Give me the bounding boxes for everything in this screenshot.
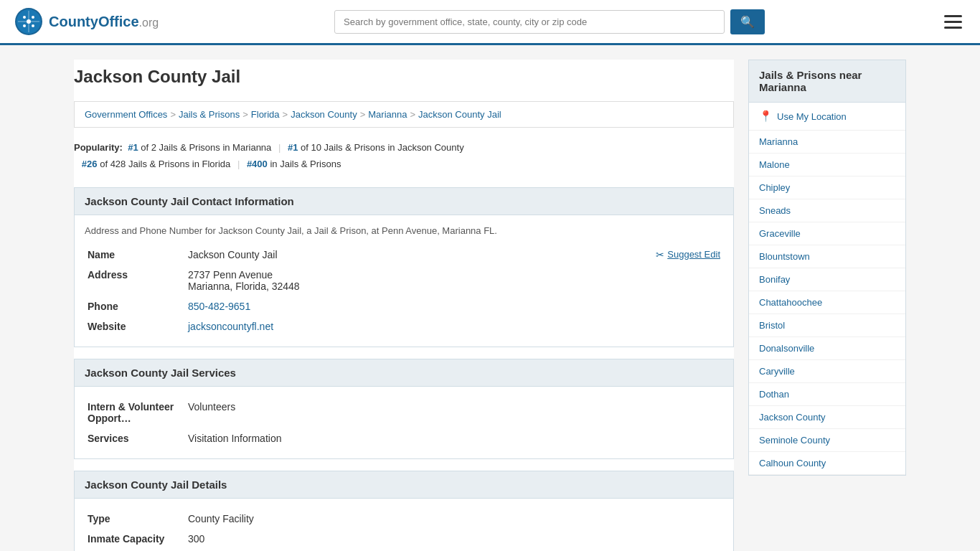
menu-button[interactable] [941, 11, 966, 32]
table-row: Website jacksoncountyfl.net [85, 316, 723, 336]
popularity-rank3: #26 of 428 Jails & Prisons in Florida [79, 159, 233, 169]
intern-label: Intern & Volunteer Opport… [85, 397, 185, 428]
pin-icon: 📍 [759, 110, 773, 123]
table-row: Address 2737 Penn Avenue Marianna, Flori… [85, 265, 723, 296]
address-label: Address [85, 265, 185, 296]
type-value: County Facility [185, 509, 723, 529]
phone-value: 850-482-9651 [185, 296, 723, 316]
sidebar: Jails & Prisons near Marianna 📍 Use My L… [748, 60, 906, 551]
hamburger-line [944, 27, 962, 29]
use-location-row: 📍 Use My Location [749, 103, 905, 131]
website-link[interactable]: jacksoncountyfl.net [188, 321, 273, 332]
website-value: jacksoncountyfl.net [185, 316, 723, 336]
sidebar-item-sneads[interactable]: Sneads [749, 199, 905, 222]
pipe: | [278, 142, 281, 153]
phone-link[interactable]: 850-482-9651 [188, 301, 250, 312]
search-icon: 🔍 [740, 16, 755, 28]
phone-label: Phone [85, 296, 185, 316]
sidebar-item-bonifay[interactable]: Bonifay [749, 268, 905, 291]
suggest-edit-button[interactable]: ✂ Suggest Edit [656, 249, 720, 260]
logo[interactable]: CountyOffice.org [14, 7, 159, 36]
popularity-section: Popularity: #1 of 2 Jails & Prisons in M… [74, 136, 734, 176]
search-input[interactable] [334, 10, 725, 34]
hamburger-line [944, 21, 962, 23]
services-section-body: Intern & Volunteer Opport… Volunteers Se… [74, 386, 734, 459]
breadcrumb-gov-offices[interactable]: Government Offices [85, 109, 167, 120]
table-row: Services Visitation Information [85, 428, 723, 448]
services-value: Visitation Information [185, 428, 723, 448]
pipe: | [237, 159, 240, 169]
contact-section-header: Jackson County Jail Contact Information [74, 187, 734, 215]
breadcrumb-sep: > [242, 109, 248, 120]
breadcrumb-sep: > [170, 109, 176, 120]
breadcrumb: Government Offices > Jails & Prisons > F… [74, 101, 734, 128]
sidebar-item-seminole-county[interactable]: Seminole County [749, 429, 905, 452]
contact-description: Address and Phone Number for Jackson Cou… [85, 225, 723, 236]
sidebar-item-marianna[interactable]: Marianna [749, 131, 905, 154]
sidebar-links: 📍 Use My Location Marianna Malone Chiple… [748, 103, 906, 476]
services-section-header: Jackson County Jail Services [74, 359, 734, 386]
contact-table: Name Jackson County Jail ✂ Suggest Edit … [85, 245, 723, 336]
services-table: Intern & Volunteer Opport… Volunteers Se… [85, 397, 723, 448]
table-row: Type County Facility [85, 509, 723, 529]
intern-value: Volunteers [185, 397, 723, 428]
name-value: Jackson County Jail ✂ Suggest Edit [185, 245, 723, 265]
address-value: 2737 Penn Avenue Marianna, Florida, 3244… [185, 265, 723, 296]
sidebar-title: Jails & Prisons near Marianna [748, 60, 906, 103]
contact-section: Jackson County Jail Contact Information … [74, 187, 734, 347]
popularity-rank2: #1 of 10 Jails & Prisons in Jackson Coun… [288, 142, 464, 153]
services-section: Jackson County Jail Services Intern & Vo… [74, 359, 734, 459]
svg-point-2 [23, 16, 26, 19]
sidebar-item-dothan[interactable]: Dothan [749, 383, 905, 406]
details-section: Jackson County Jail Details Type County … [74, 471, 734, 551]
details-section-body: Type County Facility Inmate Capacity 300 [74, 498, 734, 551]
popularity-rank4: #400 in Jails & Prisons [247, 159, 341, 169]
breadcrumb-jails[interactable]: Jails & Prisons [179, 109, 240, 120]
logo-icon [14, 7, 43, 36]
page-title: Jackson County Jail [74, 60, 734, 93]
type-label: Type [85, 509, 185, 529]
breadcrumb-sep: > [360, 109, 366, 120]
capacity-label: Inmate Capacity [85, 529, 185, 549]
breadcrumb-jackson-county[interactable]: Jackson County [291, 109, 357, 120]
breadcrumb-florida[interactable]: Florida [251, 109, 280, 120]
capacity-value: 300 [185, 529, 723, 549]
table-row: Inmate Capacity 300 [85, 529, 723, 549]
search-area: 🔍 [334, 9, 765, 34]
name-label: Name [85, 245, 185, 265]
sidebar-item-bristol[interactable]: Bristol [749, 314, 905, 337]
sidebar-item-malone[interactable]: Malone [749, 154, 905, 176]
table-row: Intern & Volunteer Opport… Volunteers [85, 397, 723, 428]
search-button[interactable]: 🔍 [730, 9, 765, 34]
use-location-link[interactable]: Use My Location [777, 111, 847, 122]
sidebar-item-caryville[interactable]: Caryville [749, 360, 905, 383]
sidebar-item-chipley[interactable]: Chipley [749, 176, 905, 199]
svg-point-4 [23, 24, 26, 27]
details-table: Type County Facility Inmate Capacity 300 [85, 509, 723, 549]
breadcrumb-sep: > [283, 109, 288, 120]
sidebar-item-graceville[interactable]: Graceville [749, 222, 905, 245]
breadcrumb-marianna[interactable]: Marianna [368, 109, 407, 120]
svg-point-5 [32, 24, 34, 27]
table-row: Phone 850-482-9651 [85, 296, 723, 316]
table-row: Name Jackson County Jail ✂ Suggest Edit [85, 245, 723, 265]
details-section-header: Jackson County Jail Details [74, 471, 734, 498]
sidebar-item-jackson-county[interactable]: Jackson County [749, 406, 905, 429]
sidebar-item-donalsonville[interactable]: Donalsonville [749, 337, 905, 360]
sidebar-item-calhoun-county[interactable]: Calhoun County [749, 452, 905, 475]
popularity-label: Popularity: [74, 142, 123, 153]
logo-text: CountyOffice.org [49, 14, 159, 30]
services-label: Services [85, 428, 185, 448]
edit-icon: ✂ [656, 249, 664, 260]
sidebar-item-chattahoochee[interactable]: Chattahoochee [749, 291, 905, 314]
svg-point-3 [32, 16, 34, 19]
breadcrumb-sep: > [410, 109, 415, 120]
sidebar-item-blountstown[interactable]: Blountstown [749, 245, 905, 268]
contact-section-body: Address and Phone Number for Jackson Cou… [74, 215, 734, 347]
hamburger-line [944, 15, 962, 17]
breadcrumb-jail[interactable]: Jackson County Jail [418, 109, 501, 120]
popularity-rank1: #1 of 2 Jails & Prisons in Marianna [126, 142, 274, 153]
website-label: Website [85, 316, 185, 336]
